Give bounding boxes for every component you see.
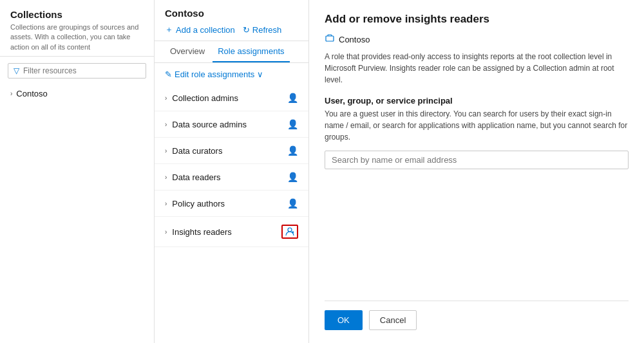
right-footer: OK Cancel <box>325 301 629 330</box>
cancel-button[interactable]: Cancel <box>369 310 417 330</box>
ok-button[interactable]: OK <box>325 310 363 330</box>
chevron-icon: › <box>165 147 167 154</box>
right-panel: Add or remove insights readers Contoso A… <box>309 0 644 343</box>
role-label: Data curators <box>172 146 282 156</box>
tab-overview[interactable]: Overview <box>165 41 210 62</box>
svg-rect-1 <box>326 36 334 41</box>
middle-toolbar: ＋ Add a collection ↻ Refresh <box>165 24 298 35</box>
right-description: A role that provides read-only access to… <box>325 51 629 86</box>
role-label: Collection admins <box>172 93 282 103</box>
role-label: Data source admins <box>172 120 282 129</box>
left-panel: Collections Collections are groupings of… <box>0 0 155 343</box>
middle-header: Contoso ＋ Add a collection ↻ Refresh <box>155 0 308 41</box>
collection-icon <box>325 33 335 46</box>
role-item-data-source-admins[interactable]: › Data source admins 👤 <box>155 111 308 138</box>
svg-point-0 <box>288 228 292 232</box>
chevron-icon: › <box>165 95 167 102</box>
refresh-icon: ↻ <box>243 25 250 35</box>
add-collection-button[interactable]: ＋ Add a collection <box>165 24 235 35</box>
tree-item-label: Contoso <box>16 89 47 98</box>
section-sub: You are a guest user in this directory. … <box>325 108 629 143</box>
add-collection-label: Add a collection <box>176 25 235 35</box>
role-label: Policy authors <box>172 199 282 209</box>
chevron-icon: › <box>10 90 12 97</box>
collections-title: Collections <box>10 9 144 20</box>
role-item-policy-authors[interactable]: › Policy authors 👤 <box>155 190 308 217</box>
chevron-icon: › <box>165 200 167 207</box>
tabs-bar: Overview Role assignments <box>155 41 308 63</box>
section-label: User, group, or service principal <box>325 96 629 106</box>
role-label: Insights readers <box>172 227 276 237</box>
role-item-collection-admins[interactable]: › Collection admins 👤 <box>155 85 308 111</box>
chevron-icon: › <box>165 121 167 128</box>
chevron-icon: › <box>165 228 167 236</box>
person-add-icon-highlighted <box>281 225 298 239</box>
collection-name: Contoso <box>339 35 370 44</box>
person-add-icon: 👤 <box>287 145 298 156</box>
search-input[interactable] <box>325 151 629 169</box>
chevron-down-icon: ∨ <box>257 70 263 79</box>
tree-item-contoso[interactable]: › Contoso <box>0 85 154 102</box>
right-subtitle: Contoso <box>325 33 629 46</box>
filter-icon: ▽ <box>14 66 19 75</box>
refresh-button[interactable]: ↻ Refresh <box>243 25 282 35</box>
person-add-icon: 👤 <box>287 93 298 103</box>
person-add-icon: 👤 <box>287 172 298 182</box>
role-item-insights-readers[interactable]: › Insights readers <box>155 217 308 247</box>
right-spacer <box>325 180 629 301</box>
role-label: Data readers <box>172 172 282 182</box>
plus-icon: ＋ <box>165 24 173 35</box>
role-item-data-readers[interactable]: › Data readers 👤 <box>155 164 308 190</box>
middle-title: Contoso <box>165 8 298 19</box>
right-title: Add or remove insights readers <box>325 13 629 26</box>
person-add-icon: 👤 <box>287 119 298 129</box>
edit-role-label: Edit role assignments <box>175 70 254 79</box>
role-item-data-curators[interactable]: › Data curators 👤 <box>155 138 308 164</box>
person-add-icon: 👤 <box>287 198 298 209</box>
tab-role-assignments[interactable]: Role assignments <box>213 41 289 62</box>
left-header: Collections Collections are groupings of… <box>0 0 154 57</box>
filter-input[interactable] <box>23 66 140 75</box>
edit-role-assignments[interactable]: ✎ Edit role assignments ∨ <box>155 63 308 85</box>
edit-icon: ✎ <box>165 70 172 79</box>
role-list: › Collection admins 👤 › Data source admi… <box>155 85 308 343</box>
refresh-label: Refresh <box>252 25 282 35</box>
chevron-icon: › <box>165 174 167 181</box>
filter-box[interactable]: ▽ <box>8 63 146 79</box>
collections-description: Collections are groupings of sources and… <box>10 23 144 52</box>
middle-panel: Contoso ＋ Add a collection ↻ Refresh Ove… <box>155 0 309 343</box>
